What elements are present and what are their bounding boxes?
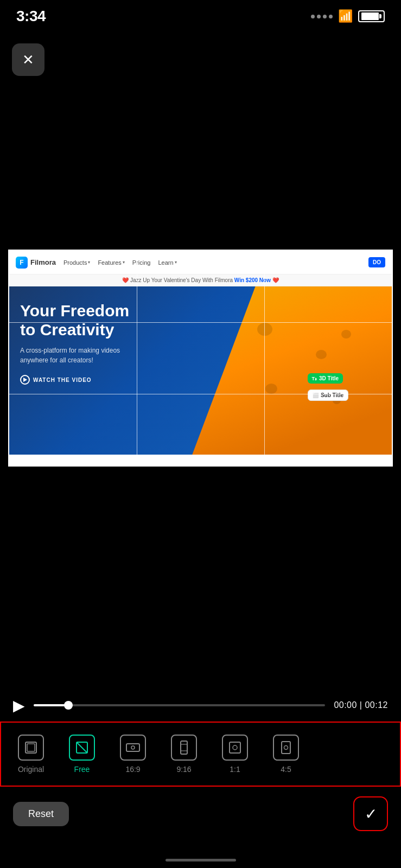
crop-ratio-free[interactable]: Free xyxy=(58,730,106,778)
play-triangle-icon xyxy=(23,378,27,382)
home-indicator xyxy=(166,859,236,861)
nav-item-features: Features ▾ xyxy=(98,259,124,266)
crop-ratio-original[interactable]: Original xyxy=(7,730,55,778)
free-ratio-icon xyxy=(69,735,95,761)
signal-dots-icon xyxy=(311,15,333,18)
badge-subtitle: ⬜ Sub Title xyxy=(308,390,348,401)
svg-rect-9 xyxy=(230,742,240,753)
svg-rect-6 xyxy=(181,741,187,754)
status-time: 3:34 xyxy=(16,8,46,25)
hero-content: Your Freedomto Creativity A cross-platfo… xyxy=(9,286,392,455)
crop-ratio-16-9[interactable]: 16:9 xyxy=(109,730,157,778)
scrubber-track[interactable] xyxy=(34,704,325,706)
filmora-logo: F Filmora xyxy=(16,257,56,269)
chevron-down-icon: ▾ xyxy=(175,260,177,265)
time-display: 00:00 | 00:12 xyxy=(334,700,388,710)
close-icon: ✕ xyxy=(22,53,34,67)
1-1-ratio-label: 1:1 xyxy=(230,765,240,774)
chevron-down-icon: ▾ xyxy=(88,260,90,265)
original-ratio-icon xyxy=(18,735,44,761)
nav-item-products: Products ▾ xyxy=(63,259,90,266)
hero-section: Your Freedomto Creativity A cross-platfo… xyxy=(9,286,392,455)
crop-ratio-4-5[interactable]: 4:5 xyxy=(262,730,310,778)
original-ratio-label: Original xyxy=(18,765,44,774)
play-circle-icon xyxy=(20,375,30,385)
crop-corner-bl xyxy=(9,458,17,465)
svg-line-3 xyxy=(77,742,87,753)
wifi-icon: 📶 xyxy=(338,9,353,23)
crop-ratio-9-16[interactable]: 9:16 xyxy=(160,730,208,778)
hero-title: Your Freedomto Creativity xyxy=(20,302,381,339)
filmora-logo-icon: F xyxy=(16,257,28,269)
hero-subtitle: A cross-platform for making videosanywhe… xyxy=(20,346,381,365)
filmora-brand-name: Filmora xyxy=(30,258,56,266)
svg-rect-1 xyxy=(27,744,35,751)
16-9-ratio-label: 16:9 xyxy=(125,765,140,774)
9-16-ratio-icon xyxy=(171,735,197,761)
svg-point-5 xyxy=(131,746,135,749)
chevron-down-icon: ▾ xyxy=(123,260,125,265)
scrubber-fill xyxy=(34,704,68,706)
banner-text: Jazz Up Your Valentine's Day With Filmor… xyxy=(130,277,234,283)
svg-point-10 xyxy=(233,745,237,750)
playback-controls: ▶ 00:00 | 00:12 xyxy=(0,689,401,722)
reset-button[interactable]: Reset xyxy=(13,802,69,826)
scrubber-thumb[interactable] xyxy=(64,701,73,710)
crop-ratio-toolbar: Original Free 16:9 9:16 xyxy=(0,722,401,787)
svg-rect-11 xyxy=(282,742,290,754)
badge-3d-title: T₃ 3D Title xyxy=(308,373,343,384)
close-button[interactable]: ✕ xyxy=(12,43,44,76)
9-16-ratio-label: 9:16 xyxy=(176,765,191,774)
bottom-actions: Reset ✓ xyxy=(0,792,401,835)
nav-item-pricing: Pricing xyxy=(132,259,151,266)
badge-subtitle-label: Sub Title xyxy=(321,392,343,398)
4-5-ratio-label: 4:5 xyxy=(281,765,291,774)
crop-ratio-1-1[interactable]: 1:1 xyxy=(211,730,259,778)
status-bar: 3:34 📶 xyxy=(0,0,401,33)
16-9-ratio-icon xyxy=(120,735,146,761)
play-button[interactable]: ▶ xyxy=(13,697,25,714)
free-ratio-label: Free xyxy=(74,765,90,774)
status-icons: 📶 xyxy=(311,9,385,23)
heart-icon: ❤️ xyxy=(122,277,129,283)
confirm-button[interactable]: ✓ xyxy=(353,796,388,831)
video-preview: F Filmora Products ▾ Features ▾ Pricing … xyxy=(8,250,393,467)
svg-point-12 xyxy=(284,746,288,750)
checkmark-icon: ✓ xyxy=(365,805,377,823)
nav-item-learn: Learn ▾ xyxy=(158,259,176,266)
4-5-ratio-icon xyxy=(273,735,299,761)
heart-icon-2: ❤️ xyxy=(272,277,279,283)
1-1-ratio-icon xyxy=(222,735,248,761)
battery-icon xyxy=(358,10,385,22)
nav-cta-button: DO xyxy=(368,257,385,267)
promo-banner: ❤️ Jazz Up Your Valentine's Day With Fil… xyxy=(9,275,392,286)
watch-label: WATCH THE VIDEO xyxy=(33,377,92,383)
badge-3d-label: 3D Title xyxy=(319,375,339,381)
svg-rect-4 xyxy=(126,744,139,751)
banner-link: Win $200 Now xyxy=(234,277,271,283)
crop-corner-br xyxy=(384,458,392,465)
filmora-nav: F Filmora Products ▾ Features ▾ Pricing … xyxy=(9,251,392,275)
